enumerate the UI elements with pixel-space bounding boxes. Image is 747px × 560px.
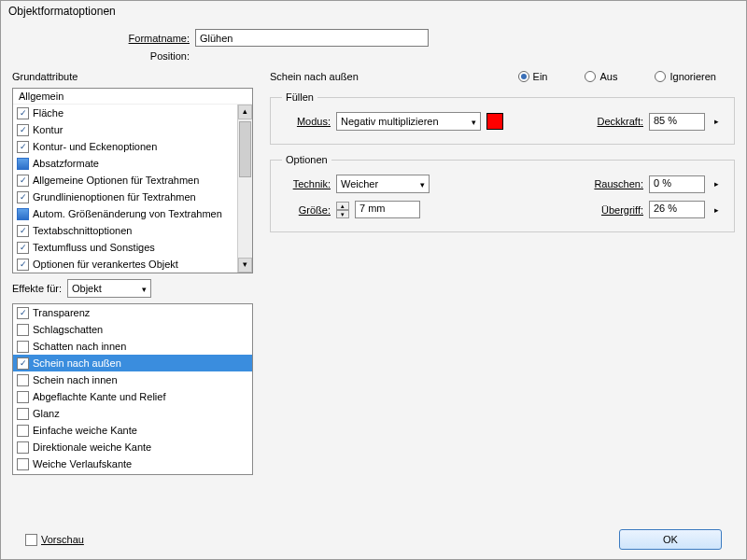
checkbox-icon[interactable] — [17, 158, 29, 170]
list-item[interactable]: Abgeflachte Kante und Relief — [13, 388, 252, 405]
checkbox-icon[interactable] — [17, 107, 29, 119]
list-item[interactable]: Schein nach innen — [13, 371, 252, 388]
list-item[interactable]: Textumfluss und Sonstiges — [13, 239, 237, 256]
list-item-label: Kontur- und Eckenoptionen — [33, 141, 157, 152]
rauschen-label: Rauschen: — [594, 178, 643, 189]
checkbox-icon[interactable] — [17, 374, 29, 386]
checkbox-icon[interactable] — [17, 124, 29, 136]
dialog-title: Objektformatoptionen — [1, 1, 746, 21]
list-item[interactable]: Kontur — [13, 121, 237, 138]
list-item[interactable]: Autom. Größenänderung von Textrahmen — [13, 205, 237, 222]
list-item[interactable]: Schein nach außen — [13, 355, 252, 371]
modus-label: Modus: — [282, 116, 331, 127]
list-item-label: Kontur — [33, 124, 63, 135]
grundattribute-list[interactable]: Allgemein FlächeKonturKontur- und Eckeno… — [12, 88, 253, 273]
list-item[interactable]: Transparenz — [13, 304, 252, 321]
checkbox-icon[interactable] — [17, 225, 29, 237]
groesse-spinner[interactable]: ▴▾ — [336, 202, 349, 218]
checkbox-icon[interactable] — [17, 425, 29, 437]
scroll-up-icon[interactable]: ▴ — [238, 105, 252, 119]
list-item[interactable]: Schlagschatten — [13, 321, 252, 338]
checkbox-icon[interactable] — [17, 441, 29, 454]
top-form: Formatname: Position: — [115, 29, 735, 62]
checkbox-icon[interactable] — [17, 242, 29, 254]
list-item[interactable]: Textabschnittoptionen — [13, 222, 237, 239]
list-item-label: Transparenz — [33, 307, 90, 318]
checkbox-icon[interactable] — [17, 458, 29, 470]
arrow-right-icon[interactable]: ▸ — [711, 205, 723, 215]
uebergriff-input[interactable]: 26 % — [649, 201, 705, 218]
deckkraft-input[interactable]: 85 % — [649, 113, 705, 131]
effekte-select[interactable]: Objekt — [67, 279, 151, 298]
list-item[interactable]: Einfache weiche Kante — [13, 422, 252, 439]
color-swatch[interactable] — [486, 113, 503, 130]
list-item-label: Autom. Größenänderung von Textrahmen — [33, 208, 222, 219]
ok-button[interactable]: OK — [619, 529, 722, 550]
list-item-label: Fläche — [33, 107, 63, 119]
modus-select[interactable]: Negativ multiplizieren — [336, 112, 481, 131]
vorschau-checkbox[interactable]: Vorschau — [25, 534, 84, 546]
effekte-label: Effekte für: — [12, 283, 62, 294]
optionen-group: Optionen Technik: Weicher Rauschen: 0 % … — [270, 154, 735, 232]
list-item-label: Schein nach innen — [33, 374, 118, 385]
list-item[interactable]: Grundlinienoptionen für Textrahmen — [13, 189, 237, 205]
list-item-label: Weiche Verlaufskante — [33, 458, 132, 469]
checkbox-icon[interactable] — [17, 191, 29, 203]
checkbox-icon[interactable] — [17, 357, 29, 370]
checkbox-icon[interactable] — [17, 208, 29, 220]
formatname-input[interactable] — [195, 29, 429, 47]
list-header-allgemein[interactable]: Allgemein — [13, 89, 252, 105]
checkbox-icon[interactable] — [17, 175, 29, 187]
list-item-label: Abgeflachte Kante und Relief — [33, 391, 166, 402]
list-item[interactable]: Direktionale weiche Kante — [13, 439, 252, 455]
list-item[interactable]: Absatzformate — [13, 155, 237, 172]
technik-select[interactable]: Weicher — [336, 175, 430, 193]
chevron-down-icon — [420, 178, 425, 189]
scrollbar[interactable]: ▴ ▾ — [237, 105, 252, 273]
list-item[interactable]: Schatten nach innen — [13, 338, 252, 355]
checkbox-icon[interactable] — [17, 341, 29, 353]
list-item[interactable]: Optionen für verankertes Objekt — [13, 256, 237, 273]
scroll-down-icon[interactable]: ▾ — [238, 258, 252, 273]
groesse-input[interactable]: 7 mm — [355, 201, 420, 218]
arrow-right-icon[interactable]: ▸ — [711, 179, 723, 189]
list-item-label: Direktionale weiche Kante — [33, 441, 151, 453]
radio-ignorieren[interactable]: Ignorieren — [655, 71, 716, 82]
list-item[interactable]: Fläche — [13, 105, 237, 121]
arrow-right-icon[interactable]: ▸ — [711, 117, 723, 126]
fuellen-group: Füllen Modus: Negativ multiplizieren Dec… — [270, 91, 735, 145]
technik-label: Technik: — [282, 178, 331, 189]
list-item-label: Glanz — [33, 408, 60, 419]
panel-title: Schein nach außen — [270, 71, 359, 82]
grundattribute-label: Grundattribute — [12, 71, 253, 82]
chevron-down-icon — [142, 283, 147, 294]
checkbox-icon[interactable] — [17, 259, 29, 271]
effekte-list[interactable]: TransparenzSchlagschattenSchatten nach i… — [12, 303, 253, 475]
right-column: Schein nach außen Ein Aus Ignorieren Fül… — [270, 71, 735, 518]
deckkraft-label: Deckkraft: — [597, 116, 643, 127]
checkbox-icon[interactable] — [17, 408, 29, 420]
list-item-label: Grundlinienoptionen für Textrahmen — [33, 191, 196, 203]
rauschen-input[interactable]: 0 % — [649, 175, 705, 193]
radio-dot-icon — [585, 71, 596, 82]
checkbox-icon[interactable] — [17, 324, 29, 336]
uebergriff-label: Übergriff: — [601, 204, 643, 216]
radio-dot-icon — [518, 71, 529, 82]
position-label: Position: — [115, 50, 190, 62]
list-item[interactable]: Weiche Verlaufskante — [13, 455, 252, 472]
checkbox-icon[interactable] — [17, 141, 29, 153]
radio-aus[interactable]: Aus — [585, 71, 617, 82]
checkbox-icon[interactable] — [17, 391, 29, 403]
dialog-content: Formatname: Position: Grundattribute All… — [1, 21, 746, 559]
checkbox-icon[interactable] — [17, 307, 29, 319]
list-item[interactable]: Allgemeine Optionen für Textrahmen — [13, 172, 237, 189]
list-item-label: Schlagschatten — [33, 324, 103, 335]
list-item[interactable]: Kontur- und Eckenoptionen — [13, 138, 237, 155]
list-item-label: Einfache weiche Kante — [33, 425, 137, 436]
list-item-label: Allgemeine Optionen für Textrahmen — [33, 175, 199, 186]
scroll-thumb[interactable] — [239, 121, 251, 177]
list-item[interactable]: Glanz — [13, 405, 252, 422]
radio-ein[interactable]: Ein — [518, 71, 548, 82]
bottom-bar: Vorschau OK — [12, 524, 735, 555]
formatname-label: Formatname: — [115, 33, 190, 44]
